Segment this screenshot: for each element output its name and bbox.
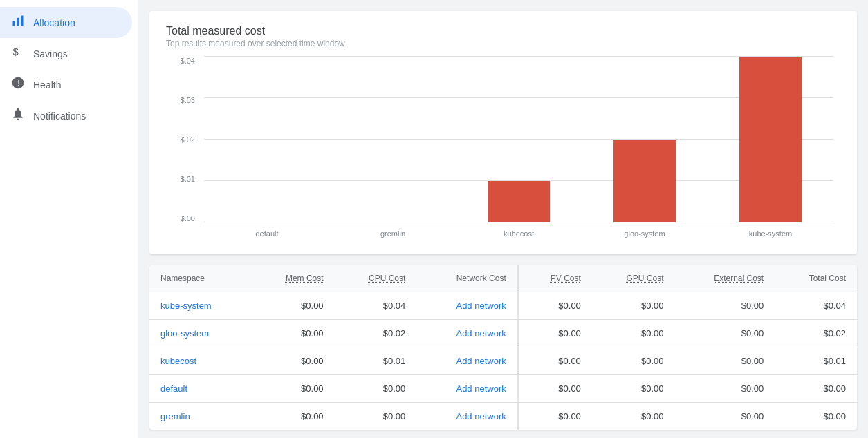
- namespace-link[interactable]: kubecost: [160, 356, 196, 366]
- bar-gloo-system: [613, 140, 676, 222]
- cell-gpu: $0.00: [592, 292, 675, 320]
- cell-network[interactable]: Add network: [416, 320, 517, 347]
- add-network-link[interactable]: Add network: [456, 301, 506, 311]
- cell-total: $0.00: [775, 375, 857, 403]
- sidebar-item-savings-label: Savings: [33, 48, 68, 59]
- cell-cpu: $0.02: [335, 320, 417, 347]
- cell-gpu: $0.00: [592, 375, 675, 403]
- namespace-link[interactable]: gloo-system: [160, 328, 209, 339]
- col-namespace: Namespace: [149, 265, 251, 292]
- namespace-link[interactable]: gremlin: [160, 411, 190, 421]
- cell-external: $0.00: [675, 292, 775, 320]
- col-mem-cost: Mem Cost: [251, 265, 335, 292]
- alert-icon: !: [11, 76, 25, 93]
- bar-group-default: default: [204, 57, 330, 222]
- add-network-link[interactable]: Add network: [456, 411, 506, 421]
- sidebar-item-allocation[interactable]: Allocation: [0, 7, 132, 38]
- cell-pv: $0.00: [518, 347, 592, 375]
- cell-namespace[interactable]: kubecost: [149, 347, 251, 375]
- bar-group-kube-system: kube-system: [708, 57, 833, 222]
- cell-namespace[interactable]: kube-system: [149, 292, 251, 320]
- bar-chart-icon: [11, 14, 25, 31]
- cell-pv: $0.00: [518, 320, 592, 347]
- table-header-row: Namespace Mem Cost CPU Cost Network Cost…: [149, 265, 857, 292]
- cell-gpu: $0.00: [592, 403, 675, 430]
- y-label-3: $.03: [166, 96, 201, 104]
- cell-gpu: $0.00: [592, 320, 675, 347]
- svg-rect-2: [21, 16, 23, 26]
- namespace-link[interactable]: kube-system: [160, 301, 212, 311]
- cell-external: $0.00: [675, 403, 775, 430]
- sidebar-item-health-label: Health: [33, 79, 61, 91]
- bar-kube-system: [739, 57, 802, 222]
- cell-namespace[interactable]: gloo-system: [149, 320, 251, 347]
- table-row: default $0.00 $0.00 Add network $0.00 $0…: [149, 375, 857, 403]
- cell-external: $0.00: [675, 320, 775, 347]
- bar-label-kube-system: kube-system: [749, 229, 792, 238]
- y-label-2: $.02: [166, 135, 201, 144]
- col-gpu-cost: GPU Cost: [592, 265, 675, 292]
- bar-label-default: default: [255, 229, 278, 238]
- bell-icon: [11, 107, 25, 124]
- add-network-link[interactable]: Add network: [456, 356, 506, 366]
- table-row: kubecost $0.00 $0.01 Add network $0.00 $…: [149, 347, 857, 375]
- y-label-0: $.00: [166, 214, 201, 222]
- cell-mem: $0.00: [251, 403, 335, 430]
- col-total-cost: Total Cost: [775, 265, 857, 292]
- cell-network[interactable]: Add network: [416, 347, 517, 375]
- chart-plot: default gremlin kubecost gloo-system: [204, 57, 833, 222]
- add-network-link[interactable]: Add network: [456, 328, 506, 339]
- cell-cpu: $0.01: [335, 347, 417, 375]
- chart-area: $.00 $.01 $.02 $.03 $.04: [166, 57, 840, 243]
- cell-network[interactable]: Add network: [416, 403, 517, 430]
- bar-group-kubecost: kubecost: [456, 57, 582, 222]
- cell-mem: $0.00: [251, 347, 335, 375]
- cell-total: $0.04: [775, 292, 857, 320]
- svg-rect-0: [13, 21, 15, 26]
- bar-kubecost: [488, 181, 550, 222]
- col-network-cost: Network Cost: [416, 265, 517, 292]
- sidebar-item-notifications-label: Notifications: [33, 111, 86, 122]
- cell-cpu: $0.00: [335, 403, 417, 430]
- cell-namespace[interactable]: gremlin: [149, 403, 251, 430]
- bar-group-gremlin: gremlin: [330, 57, 456, 222]
- cell-network[interactable]: Add network: [416, 292, 517, 320]
- sidebar-item-notifications[interactable]: Notifications: [0, 100, 132, 131]
- sidebar-item-allocation-label: Allocation: [33, 17, 75, 28]
- cell-mem: $0.00: [251, 292, 335, 320]
- bar-label-gremlin: gremlin: [380, 229, 405, 238]
- sidebar: Allocation $ Savings ! Health Notificati…: [0, 0, 138, 438]
- table-row: kube-system $0.00 $0.04 Add network $0.0…: [149, 292, 857, 320]
- cell-cpu: $0.00: [335, 375, 417, 403]
- sidebar-item-savings[interactable]: $ Savings: [0, 38, 132, 69]
- y-axis: $.00 $.01 $.02 $.03 $.04: [166, 57, 201, 222]
- col-pv-cost: PV Cost: [518, 265, 592, 292]
- cell-pv: $0.00: [518, 292, 592, 320]
- col-external-cost: External Cost: [675, 265, 775, 292]
- chart-subtitle: Top results measured over selected time …: [166, 39, 840, 48]
- svg-text:!: !: [17, 78, 19, 87]
- cell-pv: $0.00: [518, 403, 592, 430]
- cell-cpu: $0.04: [335, 292, 417, 320]
- namespace-link[interactable]: default: [160, 383, 187, 394]
- cell-external: $0.00: [675, 347, 775, 375]
- table-card: Namespace Mem Cost CPU Cost Network Cost…: [149, 265, 857, 430]
- sidebar-item-health[interactable]: ! Health: [0, 69, 132, 100]
- main-content: Total measured cost Top results measured…: [138, 0, 868, 438]
- col-cpu-cost: CPU Cost: [335, 265, 417, 292]
- cell-mem: $0.00: [251, 320, 335, 347]
- svg-text:$: $: [13, 46, 19, 57]
- cell-namespace[interactable]: default: [149, 375, 251, 403]
- y-label-4: $.04: [166, 57, 201, 65]
- bar-label-gloo-system: gloo-system: [624, 229, 665, 238]
- cell-total: $0.02: [775, 320, 857, 347]
- bars-container: default gremlin kubecost gloo-system: [204, 57, 833, 222]
- cost-table: Namespace Mem Cost CPU Cost Network Cost…: [149, 265, 857, 430]
- cell-pv: $0.00: [518, 375, 592, 403]
- dollar-icon: $: [11, 45, 25, 62]
- add-network-link[interactable]: Add network: [456, 383, 506, 394]
- cell-mem: $0.00: [251, 375, 335, 403]
- cell-network[interactable]: Add network: [416, 375, 517, 403]
- svg-rect-1: [17, 18, 19, 26]
- bar-label-kubecost: kubecost: [504, 229, 534, 238]
